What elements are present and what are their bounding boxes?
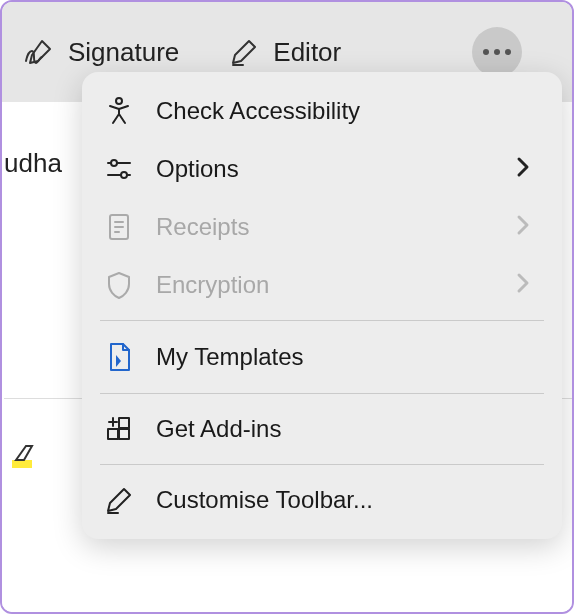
menu-check-accessibility[interactable]: Check Accessibility [82, 82, 562, 140]
addins-icon [102, 414, 136, 444]
menu-divider [100, 393, 544, 394]
ellipsis-icon [483, 49, 511, 55]
signature-icon [22, 37, 54, 67]
menu-label: Receipts [156, 213, 249, 241]
svg-rect-13 [108, 429, 118, 439]
menu-divider [100, 320, 544, 321]
editor-label: Editor [273, 37, 341, 68]
highlighter-icon[interactable] [10, 442, 42, 472]
menu-divider [100, 464, 544, 465]
menu-label: Encryption [156, 271, 269, 299]
svg-point-4 [116, 98, 122, 104]
templates-icon [102, 341, 136, 373]
receipts-icon [102, 212, 136, 242]
menu-receipts: Receipts [82, 198, 562, 256]
format-toolbar [10, 442, 42, 472]
svg-rect-15 [119, 418, 129, 428]
signature-label: Signature [68, 37, 179, 68]
editor-button[interactable]: Editor [229, 37, 341, 68]
menu-label: Customise Toolbar... [156, 486, 373, 514]
chevron-right-icon [516, 272, 530, 299]
editor-icon [229, 37, 259, 67]
svg-rect-0 [12, 460, 32, 468]
menu-label: Options [156, 155, 239, 183]
menu-customise-toolbar[interactable]: Customise Toolbar... [82, 471, 562, 529]
shield-icon [102, 270, 136, 300]
svg-point-8 [121, 172, 127, 178]
accessibility-icon [102, 96, 136, 126]
menu-label: Get Add-ins [156, 415, 281, 443]
chevron-right-icon [516, 214, 530, 241]
menu-get-addins[interactable]: Get Add-ins [82, 400, 562, 458]
menu-my-templates[interactable]: My Templates [82, 327, 562, 387]
chevron-right-icon [516, 156, 530, 183]
partial-name-text: udha [4, 148, 62, 179]
overflow-menu: Check Accessibility Options [82, 72, 562, 539]
menu-label: My Templates [156, 343, 304, 371]
menu-options[interactable]: Options [82, 140, 562, 198]
customise-icon [102, 485, 136, 515]
menu-encryption: Encryption [82, 256, 562, 314]
options-icon [102, 154, 136, 184]
svg-point-6 [111, 160, 117, 166]
more-button[interactable] [472, 27, 522, 77]
svg-rect-14 [119, 429, 129, 439]
menu-label: Check Accessibility [156, 97, 360, 125]
signature-button[interactable]: Signature [22, 37, 179, 68]
